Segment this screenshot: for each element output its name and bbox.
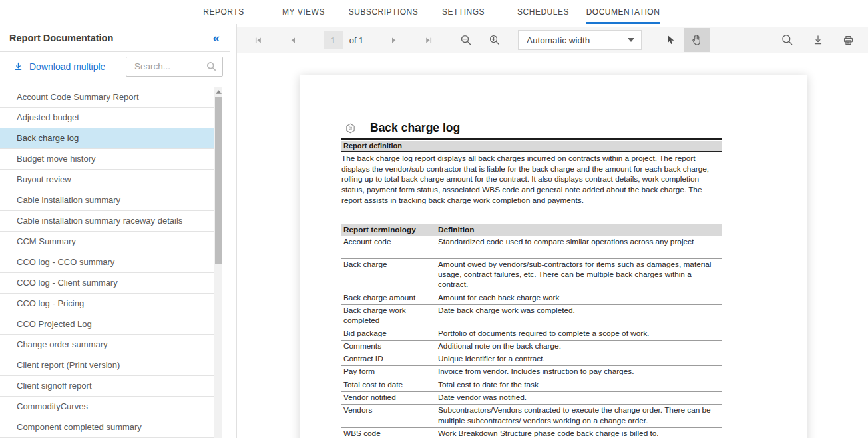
report-list-item-label: Cable installation summary (17, 195, 120, 205)
pdf-viewer: of 1 (236, 24, 868, 438)
nav-tab[interactable]: MY VIEWS (264, 0, 343, 24)
report-list-item[interactable]: Cable installation summary (0, 190, 214, 211)
term-cell: Vendor notified (341, 393, 438, 403)
report-list-item[interactable]: CCM Summary (0, 232, 214, 252)
scrollbar-thumb[interactable] (215, 97, 222, 264)
nav-tab-label: SCHEDULES (517, 7, 569, 17)
term-cell: Contract ID (341, 354, 438, 364)
scroll-up-button[interactable] (214, 87, 222, 97)
previous-page-button[interactable] (288, 35, 299, 46)
next-page-icon (388, 35, 399, 46)
zoom-mode-value: Automatic width (527, 35, 590, 45)
sidebar-search-input[interactable] (133, 61, 206, 72)
report-list-item[interactable]: Client signoff report (0, 376, 214, 397)
page-number-input[interactable] (324, 31, 343, 49)
nav-tab[interactable]: SETTINGS (423, 0, 503, 24)
page-count-label: of 1 (349, 35, 364, 45)
definition-cell: Unique identifier for a contract. (438, 354, 722, 364)
report-list-item-label: CCO Projected Log (17, 319, 92, 329)
document-scroll-area[interactable]: Back charge log Report definition The ba… (237, 53, 868, 438)
page-navigation-group: of 1 (244, 31, 443, 49)
term-cell: Comments (341, 341, 438, 351)
report-list-item-label: CCO log - Client summary (17, 278, 118, 288)
download-multiple-button[interactable]: Download multiple (13, 61, 105, 72)
terminology-column-header: Report terminology (341, 225, 438, 234)
viewer-toolbar: of 1 (237, 27, 868, 53)
term-cell: Pay form (341, 367, 438, 377)
print-icon (842, 34, 855, 47)
definition-cell: Invoice from vendor. Includes instructio… (438, 367, 722, 377)
first-page-button[interactable] (252, 35, 264, 46)
definition-cell: Portfolio of documents required to compl… (438, 329, 722, 339)
report-list-item-label: Buyout review (17, 174, 71, 184)
nav-tab[interactable]: SUBSCRIPTIONS (343, 0, 423, 24)
table-row: Back charge amount Amount for each back … (341, 292, 722, 305)
report-list-item[interactable]: Buyout review (0, 170, 214, 190)
collapse-panel-icon[interactable]: « (212, 31, 220, 44)
sidebar-title: Report Documentation (9, 33, 113, 43)
sidebar-search-box (126, 57, 223, 77)
report-list-item[interactable]: Cable installation summary raceway detai… (0, 211, 214, 232)
report-list-item[interactable]: Adjusted budget (0, 108, 214, 128)
nav-tab[interactable]: SCHEDULES (503, 0, 583, 24)
app-window: REPORTS MY VIEWS SUBSCRIPTIONS SETTINGS … (0, 0, 868, 438)
zoom-in-button[interactable] (489, 34, 501, 47)
table-row: Pay form Invoice from vendor. Includes i… (341, 366, 722, 379)
report-list-item[interactable]: Back charge log (0, 128, 214, 149)
sidebar-scrollbar[interactable] (214, 87, 222, 438)
report-list-item[interactable]: CCO log - CCO summary (0, 252, 214, 273)
report-list-item-label: Component completed summary (17, 422, 142, 432)
document-title-row: Back charge log (341, 121, 722, 138)
term-cell: Vendors (341, 405, 438, 426)
zoom-out-button[interactable] (460, 34, 473, 47)
definition-column-header: Definition (438, 225, 722, 234)
table-row: Contract ID Unique identifier for a cont… (341, 353, 722, 366)
table-row: Back charge work completed Date back cha… (341, 305, 722, 328)
table-row: Bid package Portfolio of documents requi… (341, 328, 722, 341)
pointer-tool-button[interactable] (659, 29, 682, 51)
document-title: Back charge log (370, 121, 460, 135)
title-underline (341, 138, 722, 140)
report-list-item[interactable]: Change order summary (0, 335, 214, 355)
zoom-mode-dropdown[interactable]: Automatic width (518, 30, 642, 50)
table-row: Total cost to date Total cost to date fo… (341, 379, 722, 392)
nav-tab-label: SUBSCRIPTIONS (349, 7, 419, 17)
table-row: Comments Additional note on the back cha… (341, 341, 722, 353)
document-content: Back charge log Report definition The ba… (300, 75, 807, 438)
zoom-in-icon (489, 34, 501, 47)
term-cell: Bid package (341, 329, 438, 339)
report-list-item[interactable]: Budget move history (0, 149, 214, 170)
term-cell: WBS code (341, 429, 438, 438)
last-page-icon (423, 35, 435, 46)
term-cell: Back charge (341, 260, 438, 290)
table-row: WBS code Work Breakdown Structure phase … (341, 428, 722, 438)
nav-tab[interactable]: DOCUMENTATION (583, 0, 663, 24)
panel-gutter (230, 24, 236, 438)
report-list-item-label: Adjusted budget (17, 112, 79, 122)
report-list-item-label: Change order summary (17, 339, 108, 349)
last-page-button[interactable] (423, 35, 435, 46)
nav-tab-label: REPORTS (203, 7, 244, 17)
previous-page-icon (288, 35, 299, 46)
hand-tool-button[interactable] (684, 28, 710, 52)
scroll-up-icon (216, 90, 222, 94)
download-document-button[interactable] (812, 34, 824, 46)
report-list-item[interactable]: CCO log - Pricing (0, 294, 214, 314)
zoom-out-icon (460, 34, 473, 47)
report-list-item[interactable]: CCO log - Client summary (0, 273, 214, 294)
next-page-button[interactable] (388, 35, 399, 46)
report-list-item[interactable]: CCO Projected Log (0, 314, 214, 335)
report-list-item[interactable]: Account Code Summary Report (0, 87, 214, 108)
definition-cell: Work Breakdown Structure phase code back… (438, 429, 722, 438)
nav-tab[interactable]: REPORTS (184, 0, 264, 24)
definition-cell: Additional note on the back charge. (438, 341, 722, 351)
print-document-button[interactable] (842, 34, 855, 47)
report-list-item[interactable]: Client report (Print version) (0, 355, 214, 376)
definition-cell: Date back charge work was completed. (438, 306, 722, 326)
terminology-table-body: Account code Standardized code used to c… (341, 236, 722, 438)
report-list-item-label: CCM Summary (17, 236, 76, 246)
report-list-item[interactable]: CommodityCurves (0, 397, 214, 417)
search-document-button[interactable] (781, 33, 794, 47)
report-list-item[interactable]: Component completed summary (0, 417, 214, 438)
nav-tab-label: MY VIEWS (282, 7, 325, 17)
